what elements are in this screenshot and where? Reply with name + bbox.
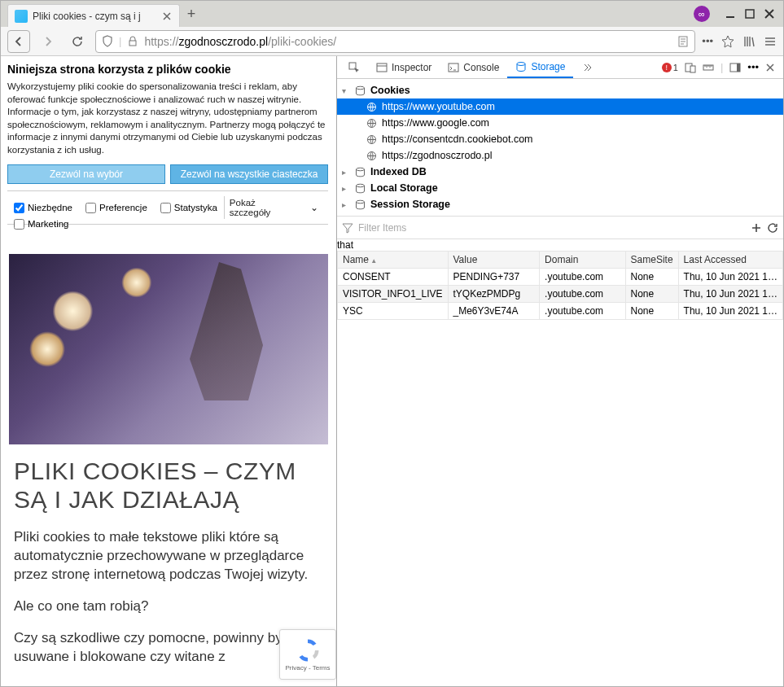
- svg-point-19: [357, 200, 365, 203]
- filter-row: [337, 217, 783, 239]
- tree-sessionstorage[interactable]: ▸Session Storage: [337, 196, 783, 212]
- extension-icon[interactable]: ∞: [694, 6, 710, 22]
- tree-cookies[interactable]: ▾Cookies: [337, 82, 783, 98]
- tree-localstorage[interactable]: ▸Local Storage: [337, 180, 783, 196]
- filter-icon: [342, 222, 353, 234]
- recaptcha-icon: [296, 638, 320, 663]
- back-button[interactable]: [7, 30, 30, 53]
- check-marketing[interactable]: Marketing: [7, 219, 76, 230]
- check-necessary[interactable]: Niezbędne: [7, 203, 79, 213]
- table-row[interactable]: VISITOR_INFO1_LIVEtYQKezPMDPg.youtube.co…: [338, 286, 783, 303]
- allow-selection-button[interactable]: Zezwól na wybór: [7, 164, 165, 184]
- menu-icon[interactable]: [764, 35, 777, 48]
- close-tab-icon[interactable]: [161, 11, 173, 22]
- col-samesite[interactable]: SameSite: [625, 252, 678, 269]
- devtools-tabs: Inspector Console Storage !1 | •••: [337, 56, 783, 79]
- allow-all-button[interactable]: Zezwól na wszystkie ciasteczka: [170, 164, 328, 184]
- error-count[interactable]: !1: [662, 63, 678, 72]
- new-tab-button[interactable]: +: [180, 1, 203, 27]
- consent-body: Wykorzystujemy pliki cookie do spersonal…: [7, 81, 328, 156]
- filter-input[interactable]: [358, 222, 746, 234]
- svg-rect-8: [690, 66, 695, 72]
- col-domain[interactable]: Domain: [540, 252, 625, 269]
- page-content: Niniejsza strona korzysta z plików cooki…: [1, 56, 336, 686]
- minimize-icon[interactable]: [725, 8, 736, 20]
- recaptcha-badge[interactable]: Privacy - Terms: [279, 629, 336, 680]
- cookie-consent: Niniejsza strona korzysta z plików cooki…: [1, 56, 336, 246]
- tab-title: Pliki cookies - czym są i j: [33, 11, 156, 22]
- browser-tab[interactable]: Pliki cookies - czym są i j: [7, 4, 180, 27]
- storage-tree: ▾Cookies https://www.youtube.com https:/…: [337, 79, 783, 217]
- tab-overflow-button[interactable]: [573, 56, 601, 78]
- col-lastaccessed[interactable]: Last Accessed: [678, 252, 782, 269]
- devtools-close-icon[interactable]: [765, 63, 775, 72]
- cookie-table[interactable]: that Name Value Domain SameSite Last Acc…: [337, 239, 783, 686]
- col-value[interactable]: Value: [448, 252, 540, 269]
- titlebar: Pliki cookies - czym są i j + ∞: [1, 1, 783, 27]
- add-item-icon[interactable]: [751, 222, 762, 234]
- article-paragraph: Ale co one tam robią?: [14, 597, 323, 616]
- svg-point-12: [357, 86, 365, 90]
- tab-inspector[interactable]: Inspector: [368, 56, 440, 78]
- maximize-icon[interactable]: [744, 8, 756, 20]
- svg-rect-0: [746, 10, 754, 18]
- svg-point-17: [357, 168, 365, 171]
- hero-image: [9, 254, 328, 444]
- tree-origin-google[interactable]: https://www.google.com: [337, 115, 783, 131]
- page-actions-icon[interactable]: •••: [702, 35, 713, 47]
- tree-origin-cookiebot[interactable]: https://consentcdn.cookiebot.com: [337, 131, 783, 147]
- library-icon[interactable]: [742, 35, 756, 48]
- refresh-icon[interactable]: [767, 222, 778, 234]
- pick-element-button[interactable]: [340, 56, 368, 78]
- favicon-icon: [15, 10, 28, 23]
- bookmark-star-icon[interactable]: [721, 35, 734, 48]
- reader-mode-icon[interactable]: [677, 35, 690, 48]
- tab-console[interactable]: Console: [440, 56, 507, 78]
- svg-rect-1: [129, 41, 136, 46]
- devtools-menu-icon[interactable]: •••: [747, 61, 759, 73]
- nav-toolbar: | https://zgodnosczrodo.pl/pliki-cookies…: [1, 27, 783, 56]
- close-window-icon[interactable]: [764, 8, 775, 20]
- svg-rect-4: [377, 63, 387, 72]
- check-statistics[interactable]: Statystyka: [154, 203, 224, 213]
- url-text: https://zgodnosczrodo.pl/pliki-cookies/: [144, 35, 672, 48]
- svg-rect-11: [737, 63, 740, 72]
- reload-button[interactable]: [66, 30, 89, 53]
- article-paragraph: Pliki cookies to małe tekstowe pliki któ…: [14, 528, 323, 584]
- check-preferences[interactable]: Preferencje: [79, 203, 154, 213]
- dock-side-icon[interactable]: [729, 62, 741, 73]
- svg-point-6: [517, 62, 525, 65]
- article-paragraph: Czy są szkodliwe czy pomocne, powinny by…: [14, 629, 323, 667]
- table-row[interactable]: CONSENTPENDING+737.youtube.comNoneThu, 1…: [338, 269, 783, 286]
- svg-point-18: [357, 184, 365, 187]
- url-bar[interactable]: | https://zgodnosczrodo.pl/pliki-cookies…: [95, 30, 695, 53]
- article-heading: PLIKI COOKIES – CZYM SĄ I JAK DZIAŁAJĄ: [14, 457, 323, 514]
- forward-button[interactable]: [37, 30, 59, 53]
- responsive-mode-icon[interactable]: [685, 62, 696, 73]
- ruler-icon[interactable]: [703, 62, 714, 73]
- show-details-button[interactable]: Pokaż szczegóły⌄: [224, 196, 328, 219]
- tree-origin-zgodnosc[interactable]: https://zgodnosczrodo.pl: [337, 147, 783, 164]
- table-row[interactable]: YSC_Me6Y3vE74A.youtube.comNoneThu, 10 Ju…: [338, 303, 783, 320]
- tree-indexeddb[interactable]: ▸Indexed DB: [337, 164, 783, 180]
- chevron-down-icon: ⌄: [310, 202, 318, 213]
- tab-storage[interactable]: Storage: [507, 56, 573, 78]
- devtools-panel: Inspector Console Storage !1 | ••• ▾Cook…: [336, 56, 783, 686]
- consent-title: Niniejsza strona korzysta z plików cooki…: [7, 63, 328, 76]
- col-name[interactable]: Name: [338, 252, 449, 269]
- shield-icon[interactable]: [101, 35, 114, 48]
- lock-icon[interactable]: [126, 35, 139, 48]
- tree-origin-youtube[interactable]: https://www.youtube.com: [337, 98, 783, 115]
- window-controls: [716, 1, 783, 27]
